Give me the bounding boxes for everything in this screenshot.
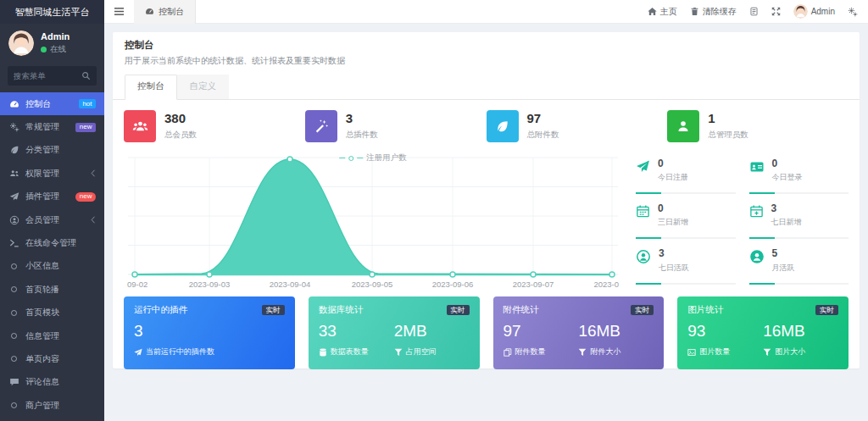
card-title: 附件统计	[504, 304, 539, 316]
card-value: 33	[319, 322, 394, 341]
card-foot-label: 数据表数量	[331, 346, 369, 357]
card-database-stats: 数据库统计 实时 33 2MB 数据表数量	[309, 296, 480, 369]
copy-icon	[504, 348, 512, 357]
user-status-label: 在线	[50, 44, 66, 55]
user-menu[interactable]: Admin	[793, 4, 835, 19]
stat-total-admins: 1 总管理员数	[667, 110, 849, 142]
stat-value: 97	[527, 112, 559, 126]
nav-tab-console[interactable]: 控制台	[134, 0, 196, 24]
mini-label: 七日活跃	[659, 263, 689, 274]
stat-label: 总附件数	[527, 130, 559, 141]
card-value: 3	[134, 322, 212, 341]
chevron-left-icon	[91, 216, 96, 224]
hamburger-menu-icon[interactable]	[104, 7, 134, 16]
tab-custom[interactable]: 自定义	[177, 75, 230, 99]
card-title: 图片统计	[687, 304, 723, 316]
sidebar-item-info[interactable]: 信息管理	[0, 324, 104, 347]
card-foot-label: 占用空间	[406, 346, 437, 357]
search-input[interactable]	[14, 71, 81, 80]
sidebar-item-plugin[interactable]: 插件管理 new	[0, 186, 104, 208]
sidebar-item-home-carousel[interactable]: 首页轮播	[0, 278, 104, 301]
x-tick: 2023-09-03	[189, 280, 231, 289]
sidebar-item-permission[interactable]: 权限管理	[0, 162, 104, 185]
mini-label: 月活跃	[772, 263, 795, 274]
legend-marker-icon	[348, 156, 353, 161]
sidebar-item-member[interactable]: 会员管理	[0, 208, 104, 231]
legend-line-icon	[339, 158, 345, 158]
stat-label: 总会员数	[164, 130, 197, 141]
card-value2: 2MB	[394, 322, 470, 341]
settings-gears-icon[interactable]	[848, 7, 858, 17]
mini-label: 今日注册	[658, 172, 688, 183]
calendar-icon	[636, 204, 650, 228]
sidebar-item-community[interactable]: 小区信息	[0, 255, 104, 278]
database-icon	[319, 348, 327, 357]
home-link[interactable]: 主页	[648, 6, 677, 18]
sidebar-item-category[interactable]: 分类管理	[0, 139, 104, 162]
sidebar-item-label: 商户管理	[25, 400, 59, 412]
hot-badge: hot	[79, 99, 96, 108]
sidebar-item-console[interactable]: 控制台 hot	[0, 92, 104, 115]
clear-cache-label: 清除缓存	[703, 6, 737, 18]
leaf-icon	[487, 110, 519, 142]
home-label: 主页	[660, 6, 677, 18]
mini-stat-today-login: 0 今日登录	[749, 152, 849, 194]
sidebar-item-label: 首页模块	[25, 307, 59, 319]
panel-tabs: 控制台 自定义	[113, 75, 860, 100]
sidebar-item-home-module[interactable]: 首页模块	[0, 302, 104, 324]
sidebar-item-merchant[interactable]: 商户管理	[0, 394, 104, 417]
new-badge: new	[75, 192, 96, 202]
card-image-stats: 图片统计 实时 93 16MB 图片数量	[677, 296, 849, 369]
avatar	[8, 30, 34, 56]
area-chart-svg: 09-02 2023-09-03 2023-09-04 2023-09-05 2…	[124, 151, 622, 293]
app-title: 智慧同城生活平台	[0, 0, 104, 24]
circle-icon	[8, 333, 19, 339]
sidebar-item-terminal[interactable]: 在线命令管理	[0, 231, 104, 254]
stat-value: 1	[708, 112, 748, 126]
sidebar-item-single-page[interactable]: 单页内容	[0, 347, 104, 370]
stat-total-attachments: 97 总附件数	[487, 110, 668, 142]
user-circle-icon	[8, 215, 19, 225]
card-foot-label: 附件大小	[590, 346, 620, 357]
registered-users-chart[interactable]: 注册用户数	[124, 151, 622, 293]
circle-icon	[8, 286, 19, 292]
stat-value: 3	[346, 112, 378, 126]
gears-icon	[8, 122, 19, 132]
sidebar-item-label: 评论信息	[25, 376, 59, 388]
sidebar-item-comments[interactable]: 评论信息	[0, 371, 104, 394]
sidebar-item-label: 首页轮播	[25, 284, 59, 296]
language-icon[interactable]	[749, 7, 759, 16]
mini-stat-today-register: 0 今日注册	[636, 152, 736, 194]
mini-value: 0	[772, 158, 803, 169]
mini-value: 0	[658, 203, 688, 214]
sidebar-user-panel[interactable]: Admin 在线	[0, 24, 104, 61]
x-tick: 2023-09-04	[270, 280, 311, 289]
tab-console[interactable]: 控制台	[125, 75, 177, 100]
sidebar-item-label: 插件管理	[25, 191, 59, 202]
summary-cards-row: 运行中的插件 实时 3 当前运行中的插件数	[124, 296, 849, 369]
avatar	[793, 4, 808, 19]
mini-stat-month-active: 5 月活跃	[749, 242, 849, 284]
card-value: 97	[504, 322, 579, 341]
dashboard-icon	[145, 7, 154, 16]
card-title: 数据库统计	[319, 304, 364, 316]
sidebar-item-product-category[interactable]: 商品分类	[0, 417, 104, 421]
home-icon	[648, 7, 657, 16]
chart-legend[interactable]: 注册用户数	[339, 152, 407, 163]
mini-label: 今日登录	[772, 172, 803, 183]
dashboard-icon	[8, 99, 19, 109]
clear-cache-button[interactable]: 清除缓存	[690, 6, 737, 18]
sidebar-search	[8, 66, 97, 86]
online-dot-icon	[41, 47, 47, 53]
sidebar-menu: 控制台 hot 常规管理 new 分类管理 权限管理	[0, 92, 104, 421]
image-icon	[687, 348, 696, 357]
filter-icon	[578, 348, 587, 357]
sidebar-item-general[interactable]: 常规管理 new	[0, 115, 104, 138]
fullscreen-icon[interactable]	[771, 7, 781, 16]
search-icon[interactable]	[81, 71, 91, 80]
sidebar-item-label: 会员管理	[25, 214, 59, 226]
user-icon	[667, 110, 699, 142]
mini-label: 三日新增	[658, 217, 688, 228]
top-navbar: 控制台 主页 清除缓存 Admin	[104, 0, 868, 24]
user-circle-outline-icon	[636, 249, 651, 273]
